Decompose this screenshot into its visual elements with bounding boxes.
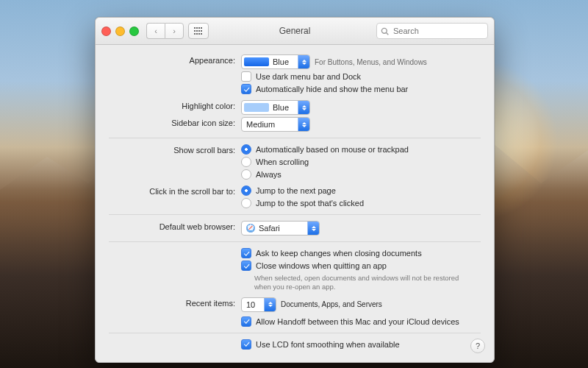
- highlight-label: Highlight color:: [109, 100, 241, 110]
- close-windows-label: Close windows when quitting an app: [256, 261, 387, 270]
- back-button[interactable]: ‹: [146, 23, 165, 39]
- scrollbars-always-label: Always: [256, 170, 282, 179]
- preferences-body: Appearance: Blue For Buttons, Menus, and…: [96, 45, 494, 362]
- grid-icon: [194, 27, 203, 35]
- svg-rect-3: [201, 27, 202, 29]
- lcd-smoothing-label: Use LCD font smoothing when available: [256, 340, 400, 349]
- scrollclick-page-label: Jump to the next page: [256, 186, 336, 195]
- appearance-label: Appearance:: [109, 54, 241, 65]
- nav-back-forward: ‹ ›: [146, 23, 184, 39]
- chevron-updown-icon: [264, 298, 276, 311]
- search-field[interactable]: [376, 23, 488, 39]
- svg-rect-1: [196, 27, 198, 29]
- ask-keep-changes-checkbox[interactable]: Ask to keep changes when closing documen…: [241, 248, 481, 258]
- browser-label: Default web browser:: [109, 221, 241, 231]
- svg-rect-7: [201, 30, 202, 32]
- svg-line-13: [387, 32, 389, 35]
- recent-label: Recent items:: [109, 297, 241, 308]
- recent-popup[interactable]: 10: [241, 297, 276, 312]
- scrollbars-whenscrolling-label: When scrolling: [256, 158, 309, 166]
- appearance-hint: For Buttons, Menus, and Windows: [315, 58, 427, 66]
- scrollbars-label: Show scroll bars:: [109, 144, 241, 155]
- highlight-value: Blue: [273, 103, 289, 112]
- svg-rect-4: [194, 30, 196, 32]
- search-input[interactable]: [392, 26, 487, 36]
- svg-rect-6: [198, 30, 200, 32]
- scrollbars-auto-radio[interactable]: Automatically based on mouse or trackpad: [241, 144, 481, 155]
- autohide-menu-label: Automatically hide and show the menu bar: [256, 85, 408, 93]
- chevron-updown-icon: [298, 118, 309, 131]
- minimize-window-button[interactable]: [115, 26, 125, 36]
- sidebar-size-value: Medium: [242, 120, 298, 129]
- svg-rect-2: [198, 27, 200, 29]
- sidebar-size-popup[interactable]: Medium: [241, 117, 310, 132]
- browser-value: Safari: [259, 224, 280, 233]
- chevron-updown-icon: [298, 101, 309, 114]
- safari-icon: [246, 224, 255, 233]
- sidebar-size-label: Sidebar icon size:: [109, 117, 241, 127]
- svg-rect-0: [194, 27, 196, 29]
- scrollbars-always-radio[interactable]: Always: [241, 169, 481, 180]
- recent-value: 10: [242, 300, 264, 309]
- svg-rect-9: [196, 33, 198, 35]
- scrollclick-spot-radio[interactable]: Jump to the spot that's clicked: [241, 198, 481, 208]
- close-window-button[interactable]: [101, 26, 111, 36]
- appearance-popup[interactable]: Blue: [241, 54, 310, 69]
- help-button[interactable]: ?: [470, 339, 485, 353]
- zoom-window-button[interactable]: [129, 26, 139, 36]
- scrollclick-spot-label: Jump to the spot that's clicked: [256, 199, 364, 208]
- scrollbars-whenscrolling-radio[interactable]: When scrolling: [241, 157, 481, 167]
- svg-rect-5: [196, 30, 198, 32]
- recent-suffix: Documents, Apps, and Servers: [281, 300, 382, 308]
- handoff-label: Allow Handoff between this Mac and your …: [256, 317, 459, 326]
- window-controls: [101, 26, 139, 36]
- dark-menu-checkbox[interactable]: Use dark menu bar and Dock: [241, 71, 481, 82]
- close-windows-hint: When selected, open documents and window…: [254, 274, 475, 291]
- close-windows-checkbox[interactable]: Close windows when quitting an app: [241, 261, 481, 271]
- titlebar: ‹ › General: [96, 18, 494, 45]
- show-all-prefs-button[interactable]: [188, 23, 209, 39]
- highlight-popup[interactable]: Blue: [241, 100, 310, 115]
- ask-keep-changes-label: Ask to keep changes when closing documen…: [256, 249, 422, 258]
- browser-popup[interactable]: Safari: [241, 221, 320, 236]
- autohide-menu-checkbox[interactable]: Automatically hide and show the menu bar: [241, 84, 481, 94]
- svg-rect-8: [194, 33, 196, 35]
- handoff-checkbox[interactable]: Allow Handoff between this Mac and your …: [241, 316, 481, 327]
- forward-button[interactable]: ›: [165, 23, 184, 39]
- appearance-swatch: [244, 57, 269, 66]
- search-icon: [381, 27, 389, 35]
- help-icon: ?: [476, 342, 480, 350]
- chevron-right-icon: ›: [173, 26, 176, 35]
- lcd-smoothing-checkbox[interactable]: Use LCD font smoothing when available: [241, 339, 481, 350]
- svg-rect-10: [198, 33, 200, 35]
- scrollbars-auto-label: Automatically based on mouse or trackpad: [256, 145, 409, 154]
- svg-rect-11: [201, 33, 202, 35]
- chevron-updown-icon: [307, 222, 319, 235]
- dark-menu-label: Use dark menu bar and Dock: [256, 72, 361, 81]
- scrollclick-label: Click in the scroll bar to:: [109, 185, 241, 196]
- general-preferences-window: ‹ › General Appearance:: [95, 17, 495, 363]
- chevron-left-icon: ‹: [154, 26, 157, 35]
- chevron-updown-icon: [298, 55, 309, 68]
- scrollclick-page-radio[interactable]: Jump to the next page: [241, 185, 481, 196]
- highlight-swatch: [244, 103, 269, 112]
- appearance-value: Blue: [273, 57, 289, 66]
- svg-point-12: [381, 28, 387, 33]
